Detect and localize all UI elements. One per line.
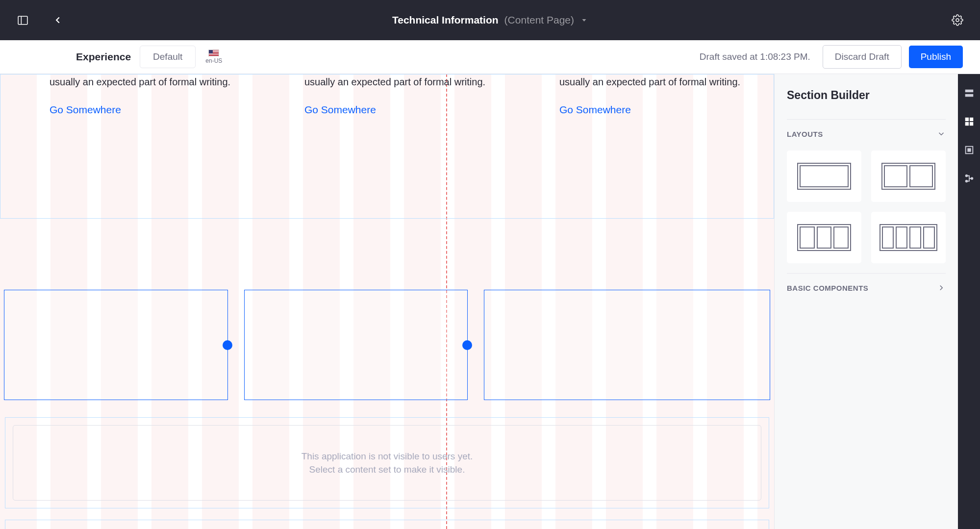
chevron-right-icon xyxy=(937,283,946,292)
layout-option-2col[interactable] xyxy=(871,151,946,202)
layout-option-1col[interactable] xyxy=(787,151,861,202)
publish-button[interactable]: Publish xyxy=(909,46,963,68)
svg-rect-5 xyxy=(965,90,973,93)
discard-draft-button[interactable]: Discard Draft xyxy=(823,45,902,69)
rail-grid-icon[interactable] xyxy=(962,115,976,128)
experience-label: Experience xyxy=(76,51,131,63)
dropzone-column[interactable] xyxy=(484,290,770,400)
card-column[interactable]: usually an expected part of formal writi… xyxy=(559,75,746,116)
page-title-dropdown[interactable]: Technical Information (Content Page) xyxy=(392,14,588,26)
svg-rect-9 xyxy=(965,122,968,126)
dropzone-column[interactable] xyxy=(4,290,228,400)
basic-components-section-toggle[interactable]: BASIC COMPONENTS xyxy=(787,283,946,292)
layouts-section-toggle[interactable]: LAYOUTS xyxy=(787,129,946,138)
layout-option-4col[interactable] xyxy=(871,212,946,263)
dropzone-column[interactable] xyxy=(244,290,468,400)
svg-point-13 xyxy=(965,175,967,177)
svg-rect-6 xyxy=(965,94,973,97)
canvas[interactable]: usually an expected part of formal writi… xyxy=(0,74,774,529)
svg-point-14 xyxy=(965,180,967,182)
rail-sections-icon[interactable] xyxy=(962,86,976,100)
top-bar: Technical Information (Content Page) xyxy=(0,0,980,40)
svg-rect-0 xyxy=(18,16,27,25)
go-somewhere-link[interactable]: Go Somewhere xyxy=(50,104,121,116)
svg-rect-10 xyxy=(969,122,973,126)
dropzone-row[interactable] xyxy=(4,290,770,400)
article-section[interactable]: Afbeelding COIN Test Test Modified 20 Ho… xyxy=(5,520,769,529)
svg-marker-2 xyxy=(582,19,586,22)
svg-point-15 xyxy=(971,177,973,179)
card-column[interactable]: usually an expected part of formal writi… xyxy=(50,75,236,116)
card-text: usually an expected part of formal writi… xyxy=(304,75,491,89)
layout-option-3col[interactable] xyxy=(787,212,861,263)
page-title: Technical Information xyxy=(392,14,499,26)
experience-bar: Experience Default en-US Draft saved at … xyxy=(0,40,980,74)
section-builder-panel: Section Builder LAYOUTS xyxy=(774,74,958,529)
experience-select[interactable]: Default xyxy=(140,46,196,68)
right-rail xyxy=(958,74,980,529)
go-somewhere-link[interactable]: Go Somewhere xyxy=(559,104,631,116)
card-text: usually an expected part of formal writi… xyxy=(50,75,236,89)
svg-point-3 xyxy=(956,19,959,22)
empty-app-notice: This application is not visible to users… xyxy=(13,425,761,501)
gear-icon[interactable] xyxy=(950,12,965,28)
rail-tree-icon[interactable] xyxy=(962,172,976,185)
column-resize-handle[interactable] xyxy=(223,340,232,350)
page-type-label: (Content Page) xyxy=(504,14,574,26)
locale-selector[interactable]: en-US xyxy=(205,50,222,64)
cards-row-section[interactable]: usually an expected part of formal writi… xyxy=(0,74,774,219)
svg-rect-8 xyxy=(969,118,973,121)
card-text: usually an expected part of formal writi… xyxy=(559,75,746,89)
flag-us-icon xyxy=(208,50,219,57)
go-somewhere-link[interactable]: Go Somewhere xyxy=(304,104,376,116)
panel-title: Section Builder xyxy=(787,89,946,102)
rail-widget-icon[interactable] xyxy=(962,143,976,157)
column-resize-handle[interactable] xyxy=(462,340,472,350)
svg-rect-12 xyxy=(968,149,971,151)
toggle-sidebar-icon[interactable] xyxy=(15,12,30,28)
draft-saved-label: Draft saved at 1:08:23 PM. xyxy=(700,51,810,62)
svg-rect-7 xyxy=(965,118,968,121)
chevron-down-icon xyxy=(937,129,946,138)
chevron-down-icon xyxy=(580,16,588,24)
info-section[interactable]: This application is not visible to users… xyxy=(5,417,769,508)
back-icon[interactable] xyxy=(50,12,66,28)
card-column[interactable]: usually an expected part of formal writi… xyxy=(304,75,491,116)
